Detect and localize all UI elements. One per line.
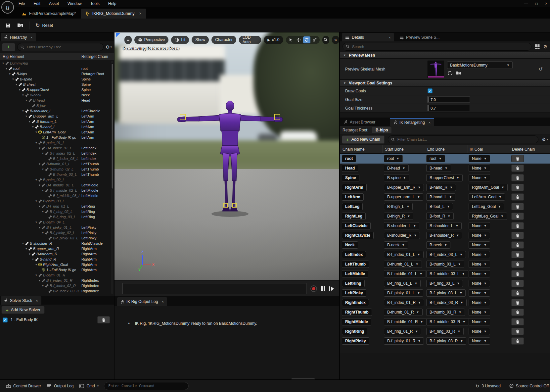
expander-icon[interactable]: ▼ [24, 115, 28, 118]
details-search[interactable] [343, 43, 531, 51]
scale-tool-button[interactable] [311, 36, 318, 43]
hierarchy-row-b-f-middle-01-l[interactable]: ▼B-f_middle_01_LLeftMiddle [0, 182, 111, 188]
hierarchy-row-b-f-ring-03-l[interactable]: B-f_ring_03_LLeftRing [0, 214, 111, 220]
perspective-dropdown[interactable]: Perspective [134, 36, 169, 44]
end-bone-dropdown[interactable]: B-f_ring_03_L▼ [426, 280, 463, 287]
goal-size-field[interactable] [428, 96, 470, 103]
expander-icon[interactable]: ▼ [41, 189, 45, 192]
hierarchy-row-b-f-index-02-r[interactable]: ▼B-f_index_02_RRightIndex [0, 283, 111, 288]
start-bone-dropdown[interactable]: B-thigh_R▼ [384, 213, 413, 220]
expander-icon[interactable]: ▼ [15, 83, 18, 86]
chain-row-leftarm[interactable]: LeftArmB-upper_arm_L▼B-hand_L▼LeftArm_Go… [340, 192, 550, 202]
hierarchy-row-b-head[interactable]: ▼B-headHead [0, 98, 111, 103]
start-bone-dropdown[interactable]: B-thumb_01_L▼ [384, 261, 422, 268]
hierarchy-row-b-forearm-r[interactable]: ▼B-forearm_RRightArm [0, 251, 111, 257]
skeletal-mesh-dropdown[interactable]: BasicMotionsDummy ▼ [447, 61, 513, 69]
hierarchy-row-b-neck[interactable]: ▼B-neckNeck [0, 92, 111, 98]
chain-name-field[interactable]: RightClavicle [342, 232, 374, 239]
hierarchy-scrollbar[interactable] [111, 61, 113, 294]
hierarchy-row-b-upper-arm-r[interactable]: ▼B-upper_arm_RRightArm [0, 246, 111, 251]
hierarchy-row-b-palm-01-l[interactable]: ▼B-palm_01_L [0, 140, 111, 145]
delete-chain-button[interactable] [511, 174, 524, 181]
chain-name-field[interactable]: RightPinky [342, 337, 369, 345]
start-bone-dropdown[interactable]: root▼ [384, 155, 403, 162]
chain-name-field[interactable]: RightMiddle [342, 318, 371, 325]
start-bone-dropdown[interactable]: B-f_pinky_01_R▼ [384, 337, 424, 345]
reset-button[interactable]: ↻ Reset [32, 21, 56, 30]
delete-chain-button[interactable] [511, 232, 524, 239]
delete-chain-button[interactable] [511, 165, 524, 172]
ik-goal-dropdown[interactable]: None▼ [469, 174, 490, 181]
chain-row-leftclavicle[interactable]: LeftClavicleB-shoulder_L▼B-shoulder_L▼No… [340, 221, 550, 231]
delete-chain-button[interactable] [511, 203, 524, 210]
hierarchy-filter-input[interactable] [26, 45, 100, 49]
ik-goal-dropdown[interactable]: None▼ [469, 241, 490, 249]
expander-icon[interactable]: ▼ [34, 221, 38, 224]
goal-thickness-field[interactable] [428, 105, 470, 111]
chain-name-field[interactable]: LeftThumb [342, 261, 369, 268]
hierarchy-row-b-upperchest[interactable]: ▼B-upperChestSpine [0, 87, 111, 92]
end-bone-dropdown[interactable]: B-f_pinky_03_R▼ [426, 337, 466, 345]
expander-icon[interactable]: ▼ [41, 152, 45, 155]
add-new-chain-button[interactable]: + Add New Chain [342, 135, 385, 144]
end-bone-dropdown[interactable]: B-foot_L▼ [426, 203, 453, 210]
tab-preview-scene-settings[interactable]: Preview Scene S... [396, 33, 443, 41]
step-forward-button[interactable] [329, 286, 334, 291]
maximize-button[interactable]: □ [535, 1, 538, 6]
draw-goals-checkbox[interactable]: ✓ [428, 88, 433, 93]
hierarchy-row-b-forearm-l[interactable]: ▼B-forearm_LLeftArm [0, 119, 111, 124]
start-bone-dropdown[interactable]: B-shoulder_L▼ [384, 222, 419, 229]
chain-row-neck[interactable]: NeckB-neck▼B-neck▼None▼ [340, 240, 550, 250]
delete-chain-button[interactable] [511, 193, 524, 201]
hierarchy-settings-button[interactable]: ⚙▾ [106, 44, 112, 50]
ik-goal-dropdown[interactable]: None▼ [469, 309, 490, 316]
preview-mannequin[interactable] [175, 97, 285, 218]
chain-filter[interactable] [388, 135, 538, 143]
delete-chain-button[interactable] [511, 289, 524, 297]
start-bone-dropdown[interactable]: B-upper_arm_L▼ [384, 193, 423, 201]
column-retarget-chain[interactable]: Retarget Chain [81, 54, 108, 59]
chain-name-field[interactable]: LeftArm [342, 193, 364, 201]
expander-icon[interactable]: ▼ [38, 147, 41, 150]
hierarchy-row-b-spine[interactable]: ▼B-spineSpine [0, 76, 111, 82]
show-dropdown[interactable]: Show [192, 36, 209, 44]
scrollbar-thumb[interactable] [111, 63, 113, 189]
chain-row-rightleg[interactable]: RightLegB-thigh_R▼B-foot_R▼RightLeg_Goal… [340, 212, 550, 221]
ik-goal-dropdown[interactable]: None▼ [469, 337, 490, 345]
column-divider[interactable] [80, 53, 80, 60]
tab-asset-browser[interactable]: Asset Browser [341, 118, 379, 126]
expander-icon[interactable]: ▼ [38, 226, 41, 229]
delete-chain-button[interactable] [511, 213, 524, 220]
character-dropdown[interactable]: Character [211, 36, 236, 44]
menu-asset[interactable]: Asset [49, 1, 59, 6]
delete-chain-button[interactable] [511, 241, 524, 249]
start-bone-dropdown[interactable]: B-thumb_01_R▼ [384, 309, 423, 316]
unsaved-status[interactable]: ↻ 3 Unsaved [476, 383, 501, 389]
start-bone-dropdown[interactable]: B-thigh_L▼ [384, 203, 413, 210]
start-bone-dropdown[interactable]: B-f_middle_01_R▼ [384, 318, 427, 325]
expander-icon[interactable]: ▼ [21, 242, 25, 245]
tab-ik-retargeting[interactable]: IK Retargeting × [390, 118, 434, 126]
hierarchy-row-b-shoulder-l[interactable]: ▼B-shoulder_LLeftClavicle [0, 108, 111, 114]
cmd-dropdown[interactable]: Cmd ▾ [79, 384, 99, 388]
rotate-tool-button[interactable] [303, 36, 310, 43]
chain-name-field[interactable]: Neck [342, 241, 358, 249]
hierarchy-row-b-jaw[interactable]: B-jaw [0, 103, 111, 108]
end-bone-dropdown[interactable]: B-f_ring_03_R▼ [426, 328, 464, 335]
lit-dropdown[interactable]: Lit [171, 36, 189, 44]
expander-icon[interactable]: ▼ [21, 94, 25, 97]
chain-name-field[interactable]: LeftPinky [342, 289, 366, 297]
display-filter-icon[interactable] [535, 44, 540, 49]
select-tool-button[interactable] [287, 36, 295, 43]
chain-name-field[interactable]: Spine [342, 174, 359, 181]
expander-icon[interactable]: ▼ [24, 99, 28, 102]
chain-name-field[interactable]: LeftIndex [342, 251, 366, 258]
chain-name-field[interactable]: RightArm [342, 184, 367, 191]
hierarchy-row-b-palm-02-l[interactable]: ▼B-palm_02_L [0, 177, 111, 182]
tab-solver-stack[interactable]: Solver Stack × [1, 296, 41, 305]
start-bone-dropdown[interactable]: B-f_index_01_L▼ [384, 251, 424, 258]
hierarchy-row-b-f-pinky-03-l[interactable]: B-f_pinky_03_LLeftPinky [0, 235, 111, 241]
end-bone-dropdown[interactable]: B-f_middle_03_L▼ [426, 270, 468, 277]
console-command-box[interactable] [104, 382, 189, 390]
chain-filter-input[interactable] [397, 137, 535, 142]
